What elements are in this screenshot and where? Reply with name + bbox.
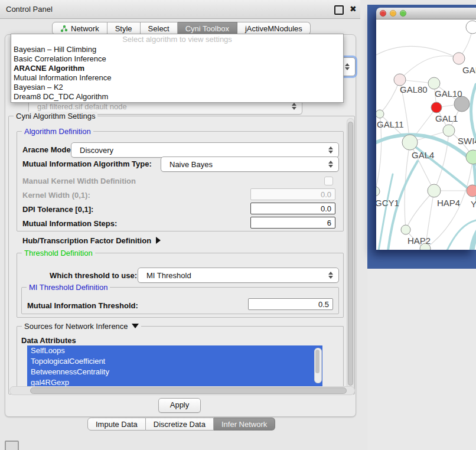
node-label: GAL80 <box>400 84 428 94</box>
algorithm-option-bayesian-k2[interactable]: Bayesian – K2 <box>11 83 343 92</box>
network-node-gal11[interactable] <box>376 110 384 118</box>
network-icon <box>60 25 68 32</box>
minimize-window-icon[interactable] <box>390 10 396 17</box>
spinner-arrows-icon <box>291 103 296 110</box>
tab-select[interactable]: Select <box>141 22 178 35</box>
node-label: Y <box>471 199 476 209</box>
float-window-icon[interactable] <box>334 5 344 15</box>
algorithm-option-aracne-algorithm[interactable]: ARACNE Algorithm <box>11 64 343 73</box>
zoom-window-icon[interactable] <box>400 10 406 17</box>
attribute-list-scrollbar[interactable] <box>314 348 322 383</box>
mi-threshold-label: Mutual Information Threshold: <box>27 301 138 310</box>
application-window: Control Panel ✖ NetworkStyleSelectCyni T… <box>0 0 476 450</box>
node-label: GAL4 <box>412 150 434 160</box>
node-label: GAL10 <box>435 89 462 99</box>
settings-horizontal-scrollbar[interactable] <box>9 386 355 395</box>
algorithm-option-dream8-dc-tdc-algorithm[interactable]: Dream8 DC_TDC Algorithm <box>11 92 343 102</box>
mi-threshold-field[interactable] <box>248 298 333 310</box>
manual-kernel-checkbox <box>324 177 333 185</box>
node-label: GAL <box>462 65 476 75</box>
aracne-mode-combobox[interactable]: Discovery <box>71 142 339 158</box>
network-node-y[interactable] <box>467 185 476 197</box>
hub-definition-expander[interactable]: Hub/Transcription Factor Definition <box>22 236 161 245</box>
algorithm-option-basic-correlation-inference[interactable]: Basic Correlation Inference <box>11 54 343 64</box>
data-attributes-label: Data Attributes <box>21 336 76 345</box>
node-label: HAP2 <box>407 236 431 246</box>
table-panel: Table Panel ⚙ ☑☑ ☐☐ shared...nameA YDL19… <box>367 269 476 450</box>
data-attribute-item[interactable]: TopologicalCoefficient <box>27 356 322 367</box>
group-title: Algorithm Definition <box>22 127 93 136</box>
network-node[interactable] <box>466 150 476 164</box>
algorithm-dropdown-popup: Select algorithm to view settings Bayesi… <box>11 34 344 103</box>
popup-placeholder: Select algorithm to view settings <box>11 34 343 45</box>
data-attribute-item[interactable]: SelfLoops <box>27 345 322 356</box>
network-node-gal[interactable] <box>453 53 465 64</box>
which-threshold-label: Which threshold to use: <box>50 271 137 280</box>
network-window-titlebar[interactable] <box>376 8 476 19</box>
settings-vertical-scrollbar[interactable] <box>347 118 354 391</box>
node-label: GCY1 <box>376 198 399 208</box>
tab-jactivemnodules[interactable]: jActiveMNodules <box>237 22 311 35</box>
algorithm-option-mutual-information-inference[interactable]: Mutual Information Inference <box>11 73 343 83</box>
control-panel-titlebar: Control Panel ✖ <box>0 0 360 19</box>
data-attributes-list: SelfLoopsTopologicalCoefficientBetweenne… <box>27 345 322 387</box>
tab-impute-data[interactable]: Impute Data <box>87 418 146 431</box>
node-label: GAL11 <box>377 119 404 129</box>
network-node-gcy1[interactable] <box>376 187 380 196</box>
mi-steps-label: Mutual Information Steps: <box>22 219 117 228</box>
kernel-width-field <box>250 188 335 200</box>
network-edge <box>406 191 434 230</box>
network-canvas[interactable]: GALGAL80GAL10GAL1GAL11SWI4GAL4GCY1HAP4YH… <box>376 19 476 250</box>
cyni-bottom-tabbar: Impute DataDiscretize DataInfer Network <box>87 418 275 431</box>
group-title: Cyni Algorithm Settings <box>14 112 97 120</box>
control-panel-title: Control Panel <box>6 5 53 14</box>
group-title: MI Threshold Definition <box>27 283 110 292</box>
kernel-width-label: Kernel Width (0,1): <box>22 191 90 200</box>
network-edge <box>400 56 459 80</box>
dpi-tolerance-label: DPI Tolerance [0,1]: <box>22 205 93 214</box>
group-title: Threshold Definition <box>22 249 95 257</box>
network-node-hap2[interactable] <box>401 225 410 234</box>
data-attribute-item[interactable]: gal4RGexp <box>27 377 322 387</box>
network-node-gal80[interactable] <box>394 74 406 86</box>
network-edge <box>376 46 459 58</box>
which-threshold-combobox[interactable]: MI Threshold <box>138 268 339 283</box>
node-label: HAP4 <box>437 198 460 208</box>
aracne-mode-label: Aracne Mode: <box>22 145 73 154</box>
spinner-arrows-icon <box>344 63 350 70</box>
panel-grip-icon[interactable] <box>5 441 19 450</box>
collapse-down-icon <box>132 324 139 328</box>
mi-type-label: Mutual Information Algorithm Type: <box>22 159 152 168</box>
manual-kernel-label: Manual Kernel Width Definition <box>22 177 136 185</box>
mi-type-combobox[interactable]: Naive Bayes <box>161 156 339 172</box>
dpi-tolerance-field[interactable] <box>250 203 335 214</box>
spinner-arrows-icon <box>328 161 333 168</box>
tab-style[interactable]: Style <box>107 22 141 35</box>
network-node-gal4[interactable] <box>402 135 418 150</box>
algorithm-option-bayesian-hill-climbing[interactable]: Bayesian – Hill Climbing <box>11 45 343 54</box>
tab-infer-network[interactable]: Infer Network <box>214 418 275 431</box>
control-panel-tabbar: NetworkStyleSelectCyni ToolboxjActiveMNo… <box>52 22 311 35</box>
network-node-swi4[interactable] <box>443 125 455 136</box>
network-view-window: GALGAL80GAL10GAL1GAL11SWI4GAL4GCY1HAP4YH… <box>376 8 476 250</box>
network-node-gal1[interactable] <box>431 102 442 113</box>
spinner-arrows-icon <box>328 272 333 279</box>
sources-group-title[interactable]: Sources for Network Inference <box>22 322 141 331</box>
network-node-hap4[interactable] <box>428 184 441 197</box>
tab-cyni-toolbox[interactable]: Cyni Toolbox <box>178 22 237 35</box>
mi-steps-field[interactable] <box>250 217 335 229</box>
node-label: GAL1 <box>435 113 458 123</box>
data-attribute-item[interactable]: BetweennessCentrality <box>27 367 322 377</box>
node-label: SWI4 <box>458 136 476 146</box>
expand-right-icon <box>156 237 161 244</box>
network-node-gal10[interactable] <box>428 77 440 89</box>
tab-network[interactable]: Network <box>52 22 107 35</box>
close-window-icon[interactable] <box>380 10 386 17</box>
close-icon[interactable]: ✖ <box>350 4 357 14</box>
network-node[interactable] <box>466 21 476 34</box>
tab-discretize-data[interactable]: Discretize Data <box>146 418 214 431</box>
spinner-arrows-icon <box>328 146 333 154</box>
apply-button[interactable]: Apply <box>158 398 201 413</box>
